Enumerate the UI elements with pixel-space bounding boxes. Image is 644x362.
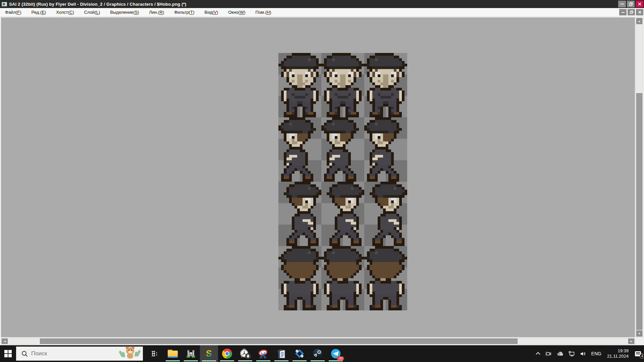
- restore-icon: [629, 2, 633, 6]
- taskbar-app-chrome[interactable]: [218, 345, 236, 362]
- alarm-clock-icon: [239, 348, 251, 359]
- taskbar-app-blue-box-app[interactable]: [290, 345, 309, 362]
- meet-now-button[interactable]: [543, 345, 554, 362]
- menu-item-пом[interactable]: Пом.(H): [251, 8, 276, 16]
- windows-logo-icon: [4, 349, 12, 358]
- window-title: SAI 2 (32bit) (Rus) by Flyer Dell - Divi…: [9, 2, 186, 7]
- chevron-up-icon: [535, 351, 541, 356]
- running-indicator: [220, 360, 234, 361]
- app-icon: [2, 2, 7, 6]
- sprite-frame: [364, 117, 407, 182]
- taskbar-app-task-view[interactable]: [146, 345, 164, 362]
- steam-icon: [313, 349, 323, 359]
- unread-count-badge: .40: [337, 356, 344, 361]
- menu-bar: Файл(F)Ред.(E)Холст(C)Слой(L)Выделение(S…: [0, 8, 644, 17]
- horizontal-scrollbar[interactable]: ◄ ►: [1, 338, 635, 345]
- menu-item-файл[interactable]: Файл(F): [0, 8, 26, 16]
- close-button[interactable]: [636, 1, 643, 7]
- menu-item-вид[interactable]: Вид(V): [200, 8, 223, 16]
- castle-game-icon: [186, 349, 196, 358]
- screenshot-tool-icon: [258, 349, 269, 358]
- sprite-frame: [278, 53, 321, 117]
- running-indicator: [292, 360, 307, 361]
- clock-date: 21.11.2024: [607, 354, 629, 359]
- menu-item-выделение[interactable]: Выделение(S): [105, 8, 144, 16]
- running-indicator: [311, 360, 325, 361]
- close-icon: [638, 11, 641, 14]
- scroll-down-button[interactable]: ▼: [636, 330, 642, 337]
- notification-center-button[interactable]: 4: [632, 345, 644, 362]
- menu-item-фильтр[interactable]: Фильтр(T): [169, 8, 199, 16]
- sprite-frame: [364, 182, 407, 246]
- running-indicator: [166, 360, 180, 361]
- title-bar: SAI 2 (32bit) (Rus) by Flyer Dell - Divi…: [0, 0, 644, 8]
- child-restore-button[interactable]: [628, 9, 635, 15]
- system-tray: ENG 19:39 21.11.2024 4: [533, 345, 644, 362]
- scroll-right-button[interactable]: ►: [628, 339, 634, 344]
- running-indicator: [238, 360, 252, 361]
- text-editor-icon: [277, 349, 286, 359]
- sprite-frame: [364, 246, 407, 310]
- restore-button[interactable]: [627, 1, 635, 7]
- menu-item-ред[interactable]: Ред.(E): [26, 8, 51, 16]
- taskbar: S .40: [0, 345, 644, 362]
- cloud-icon: [556, 351, 564, 356]
- file-explorer-icon: [168, 350, 178, 358]
- taskbar-app-alarm-clock[interactable]: [236, 345, 254, 362]
- child-close-button[interactable]: [636, 9, 643, 15]
- menu-item-окно[interactable]: Окно(W): [223, 8, 250, 16]
- taskbar-app-screenshot-tool[interactable]: [254, 345, 272, 362]
- scroll-left-button[interactable]: ◄: [2, 339, 8, 344]
- running-indicator: [184, 360, 198, 361]
- vertical-scroll-thumb[interactable]: [636, 93, 642, 330]
- volume-button[interactable]: [578, 345, 589, 362]
- start-button[interactable]: [0, 345, 16, 362]
- search-highlight-lion-image[interactable]: [119, 346, 141, 361]
- onedrive-button[interactable]: [554, 345, 566, 362]
- vertical-scrollbar[interactable]: ▲ ▼: [636, 17, 643, 337]
- workspace: ▲ ▼ ◄ ►: [0, 17, 644, 345]
- task-view-icon: [150, 349, 159, 358]
- running-indicator: [256, 360, 270, 361]
- minimize-icon: [622, 11, 625, 14]
- sprite-frame: [278, 182, 321, 246]
- network-button[interactable]: [566, 345, 578, 362]
- child-minimize-button[interactable]: [619, 9, 627, 15]
- minimize-button[interactable]: [618, 1, 626, 7]
- language-indicator[interactable]: ENG: [589, 345, 604, 362]
- close-icon: [638, 2, 641, 6]
- taskbar-search[interactable]: [16, 347, 143, 361]
- sprite-frame: [278, 117, 321, 182]
- taskbar-app-file-explorer[interactable]: [164, 345, 182, 362]
- running-indicator: [202, 360, 216, 361]
- sprite-frame: [321, 117, 364, 182]
- running-indicator: [274, 360, 288, 361]
- taskbar-app-game-castle[interactable]: [182, 345, 200, 362]
- search-icon: [21, 351, 28, 357]
- menu-item-лин[interactable]: Лин.(R): [144, 8, 169, 16]
- tray-expand-button[interactable]: [533, 345, 543, 362]
- taskbar-app-sai2[interactable]: S: [200, 345, 218, 362]
- chrome-icon: [222, 349, 232, 359]
- taskbar-app-text-editor[interactable]: [272, 345, 290, 362]
- menu-item-слой[interactable]: Слой(L): [79, 8, 105, 16]
- restore-icon: [630, 10, 633, 14]
- clock[interactable]: 19:39 21.11.2024: [604, 348, 632, 359]
- sai2-icon: S: [206, 349, 212, 359]
- horizontal-scroll-thumb[interactable]: [40, 339, 518, 344]
- camera-icon: [545, 351, 552, 357]
- search-input[interactable]: [31, 350, 98, 357]
- canvas-viewport[interactable]: [1, 17, 635, 337]
- hobo-sprite-sheet: [278, 53, 407, 310]
- menu-item-холст[interactable]: Холст(C): [51, 8, 79, 16]
- sprite-frame: [321, 182, 364, 246]
- minimize-icon: [621, 2, 624, 6]
- network-icon: [569, 351, 575, 357]
- blue-box-app-icon: [294, 349, 305, 359]
- bell-badge-icon: [245, 353, 251, 359]
- taskbar-app-telegram[interactable]: .40: [327, 345, 345, 362]
- sprite-frame: [321, 246, 364, 310]
- sprite-frame: [278, 246, 321, 310]
- scroll-up-button[interactable]: ▲: [636, 18, 642, 24]
- taskbar-app-steam[interactable]: [309, 345, 327, 362]
